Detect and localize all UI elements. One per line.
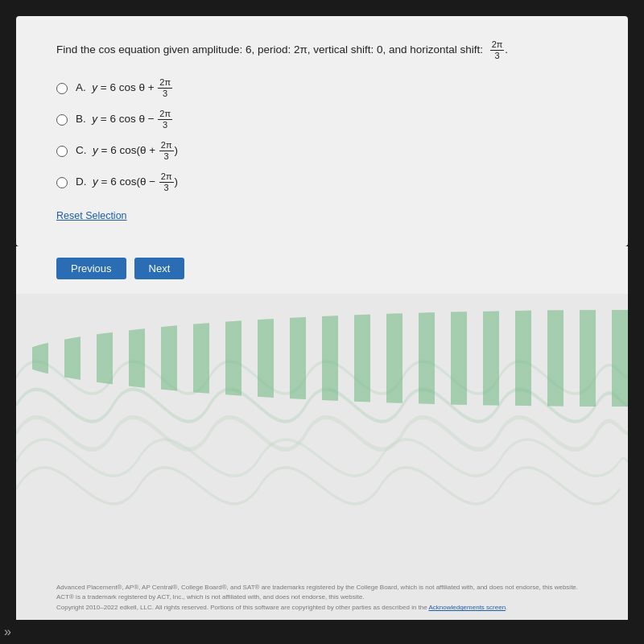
option-b[interactable]: B. y = 6 cos θ − 2π 3 [56, 109, 588, 130]
screen: Find the cos equation given amplitude: 6… [0, 0, 644, 644]
previous-button[interactable]: Previous [56, 258, 126, 279]
next-button[interactable]: Next [134, 258, 185, 279]
question-fraction-num: 2π [490, 40, 505, 51]
radio-a[interactable] [56, 83, 68, 94]
option-c[interactable]: C. y = 6 cos(θ + 2π 3 ) [56, 141, 588, 161]
acknowledgements-link[interactable]: Acknowledgements screen [428, 604, 506, 611]
expand-icon[interactable]: » [4, 625, 11, 639]
footer-line1: Advanced Placement®, AP®, AP Central®, C… [56, 583, 588, 593]
wave-decoration [16, 294, 628, 573]
question-text: Find the cos equation given amplitude: 6… [56, 40, 588, 60]
option-c-label: C. y = 6 cos(θ + 2π 3 ) [76, 141, 178, 161]
question-card: Find the cos equation given amplitude: 6… [16, 16, 628, 246]
question-fraction: 2π 3 [490, 40, 505, 60]
wave-area [16, 294, 628, 573]
option-c-fraction: 2π 3 [159, 141, 174, 161]
nav-bar: Previous Next [16, 246, 628, 294]
radio-c[interactable] [56, 146, 68, 157]
option-b-fraction: 2π 3 [158, 109, 172, 130]
radio-b[interactable] [56, 114, 68, 126]
option-b-label: B. y = 6 cos θ − 2π 3 [76, 109, 173, 130]
option-d[interactable]: D. y = 6 cos(θ − 2π 3 ) [56, 172, 588, 192]
footer-area: Advanced Placement®, AP®, AP Central®, C… [16, 573, 628, 620]
option-a[interactable]: A. y = 6 cos θ + 2π 3 [56, 78, 588, 98]
option-d-fraction: 2π 3 [159, 172, 174, 192]
options-list: A. y = 6 cos θ + 2π 3 B. y = 6 cos θ − 2… [56, 78, 588, 192]
question-fraction-den: 3 [493, 51, 501, 60]
footer-line3: Copyright 2010–2022 edkell, LLC. All rig… [56, 603, 588, 613]
bottom-bar: » [0, 620, 628, 644]
reset-selection-link[interactable]: Reset Selection [56, 210, 127, 221]
radio-d[interactable] [56, 177, 68, 188]
footer-line2: ACT® is a trademark registered by ACT, I… [56, 592, 588, 603]
option-a-fraction: 2π 3 [158, 78, 172, 98]
option-d-label: D. y = 6 cos(θ − 2π 3 ) [76, 172, 178, 192]
option-a-label: A. y = 6 cos θ + 2π 3 [76, 78, 173, 98]
